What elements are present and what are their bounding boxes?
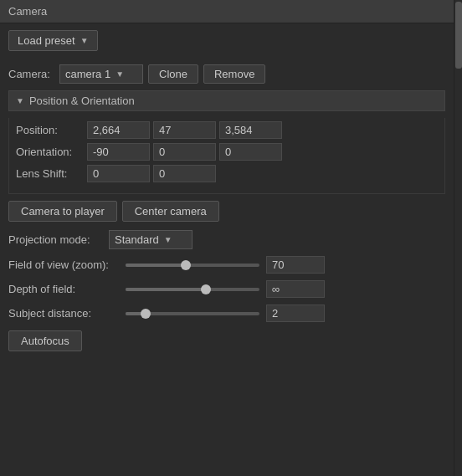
load-preset-label: Load preset xyxy=(18,34,75,47)
fov-value-input[interactable] xyxy=(266,256,325,274)
dof-row: Depth of field: xyxy=(8,280,445,298)
fov-slider-thumb[interactable] xyxy=(181,260,191,270)
projection-mode-value: Standard xyxy=(115,233,159,246)
load-preset-button[interactable]: Load preset ▼ xyxy=(8,30,98,51)
projection-mode-row: Projection mode: Standard ▼ xyxy=(8,230,445,249)
position-label: Position: xyxy=(16,124,87,136)
center-camera-button[interactable]: Center camera xyxy=(122,201,219,222)
lens-shift-label: Lens Shift: xyxy=(16,167,87,180)
position-x-input[interactable] xyxy=(87,121,150,139)
camera-to-player-button[interactable]: Camera to player xyxy=(8,201,117,222)
subject-distance-label: Subject distance: xyxy=(8,307,126,320)
panel-title: Camera xyxy=(8,5,47,18)
remove-button[interactable]: Remove xyxy=(203,64,265,84)
orientation-z-input[interactable] xyxy=(219,143,282,161)
position-orientation-header[interactable]: ▼ Position & Orientation xyxy=(8,90,445,111)
camera-row: Camera: camera 1 ▼ Clone Remove xyxy=(8,64,445,84)
position-z-input[interactable] xyxy=(219,121,282,139)
camera-name: camera 1 xyxy=(65,68,110,80)
subject-distance-slider-thumb[interactable] xyxy=(141,309,151,319)
section-collapse-icon: ▼ xyxy=(16,96,24,105)
dof-slider[interactable] xyxy=(126,283,259,296)
fov-label: Field of view (zoom): xyxy=(8,258,126,271)
position-y-input[interactable] xyxy=(153,121,216,139)
fov-slider-track xyxy=(126,264,259,267)
dof-label: Depth of field: xyxy=(8,283,126,295)
lens-shift-row: Lens Shift: xyxy=(16,165,438,182)
orientation-row: Orientation: xyxy=(16,143,438,161)
load-preset-arrow-icon: ▼ xyxy=(80,36,89,45)
lens-shift-x-input[interactable] xyxy=(87,165,150,182)
autofocus-button[interactable]: Autofocus xyxy=(8,330,82,351)
fov-slider[interactable] xyxy=(126,258,259,272)
scrollbar-thumb[interactable] xyxy=(455,2,462,69)
section-title: Position & Orientation xyxy=(29,95,135,107)
orientation-label: Orientation: xyxy=(16,146,87,158)
orientation-y-input[interactable] xyxy=(153,143,216,161)
dof-slider-thumb[interactable] xyxy=(201,284,211,294)
position-orientation-section: Position: Orientation: Lens Shift: xyxy=(8,118,445,194)
dof-slider-fill xyxy=(126,288,206,291)
camera-select[interactable]: camera 1 ▼ xyxy=(59,64,143,84)
subject-distance-slider[interactable] xyxy=(126,307,259,320)
projection-mode-label: Projection mode: xyxy=(8,233,109,246)
camera-label: Camera: xyxy=(8,68,54,80)
dof-value-input[interactable] xyxy=(266,280,325,298)
lens-shift-y-input[interactable] xyxy=(153,165,216,182)
projection-mode-arrow-icon: ▼ xyxy=(164,235,172,244)
camera-dropdown-arrow-icon: ▼ xyxy=(116,69,124,79)
fov-row: Field of view (zoom): xyxy=(8,256,445,274)
clone-button[interactable]: Clone xyxy=(148,64,198,84)
subject-distance-row: Subject distance: xyxy=(8,305,445,322)
position-row: Position: xyxy=(16,121,438,139)
scrollbar[interactable] xyxy=(454,0,462,476)
dof-slider-track xyxy=(126,288,259,291)
fov-slider-fill xyxy=(126,264,186,267)
action-buttons: Camera to player Center camera xyxy=(8,201,445,222)
title-bar: Camera xyxy=(0,0,454,23)
orientation-x-input[interactable] xyxy=(87,143,150,161)
projection-mode-select[interactable]: Standard ▼ xyxy=(109,230,192,249)
subject-distance-value-input[interactable] xyxy=(266,305,325,322)
